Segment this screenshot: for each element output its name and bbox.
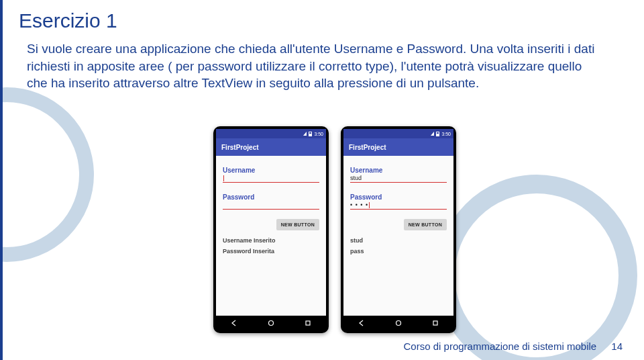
slide-title: Esercizio 1 (19, 9, 117, 32)
android-nav-bar (343, 316, 453, 330)
battery-icon (309, 132, 312, 136)
recents-icon[interactable] (432, 320, 439, 326)
text-cursor (223, 175, 224, 181)
decorative-ring (0, 87, 94, 262)
output-password-value: pass (350, 248, 447, 255)
username-label: Username (350, 167, 447, 174)
app-bar: FirstProject (216, 138, 326, 156)
svg-rect-1 (306, 321, 310, 325)
password-input[interactable]: • • • • (350, 201, 447, 210)
svg-point-0 (268, 321, 273, 326)
status-time: 3:50 (314, 132, 323, 136)
battery-icon (436, 132, 439, 136)
content-area: Username stud Password • • • • NEW BUTTO… (343, 156, 453, 316)
content-area: Username Password NEW BUTTON Username In… (216, 156, 326, 316)
signal-icon (303, 132, 307, 136)
password-value: • • • • (350, 201, 368, 208)
screen: 3:50 FirstProject Username Password NEW … (216, 129, 326, 330)
submit-button[interactable]: NEW BUTTON (404, 219, 447, 230)
back-icon[interactable] (358, 320, 365, 326)
android-status-bar: 3:50 (343, 129, 453, 138)
decorative-ring (436, 175, 637, 360)
output-password-label: Password Inserita (223, 248, 319, 255)
svg-rect-3 (433, 321, 437, 325)
app-title: FirstProject (349, 144, 386, 151)
slide: Esercizio 1 Si vuole creare una applicaz… (0, 0, 644, 360)
app-title: FirstProject (221, 144, 259, 151)
status-time: 3:50 (441, 132, 451, 136)
course-name: Corso di programmazione di sistemi mobil… (404, 341, 597, 352)
username-input[interactable] (223, 175, 319, 183)
username-label: Username (223, 167, 319, 174)
phone-mockups: 3:50 FirstProject Username Password NEW … (213, 126, 456, 333)
home-icon[interactable] (395, 320, 402, 326)
footer: Corso di programmazione di sistemi mobil… (404, 341, 623, 352)
phone-mockup-filled: 3:50 FirstProject Username stud Password… (341, 126, 456, 333)
app-bar: FirstProject (343, 138, 453, 156)
submit-button[interactable]: NEW BUTTON (276, 219, 319, 230)
screen: 3:50 FirstProject Username stud Password… (343, 129, 453, 330)
text-cursor (369, 202, 370, 208)
password-label: Password (223, 193, 319, 201)
password-label: Password (350, 193, 447, 201)
username-value: stud (350, 175, 362, 181)
recents-icon[interactable] (305, 320, 311, 326)
signal-icon (431, 132, 434, 136)
username-input[interactable]: stud (350, 175, 447, 183)
phone-mockup-blank: 3:50 FirstProject Username Password NEW … (213, 126, 329, 333)
android-nav-bar (216, 316, 326, 330)
svg-point-2 (396, 321, 400, 326)
output-username-value: stud (350, 237, 447, 244)
password-input[interactable] (223, 201, 319, 210)
back-icon[interactable] (231, 320, 237, 326)
output-username-label: Username Inserito (223, 237, 319, 244)
home-icon[interactable] (268, 320, 274, 326)
body-text: Si vuole creare una applicazione che chi… (27, 40, 604, 92)
android-status-bar: 3:50 (216, 129, 326, 138)
accent-bar (0, 0, 3, 360)
page-number: 14 (611, 341, 623, 352)
